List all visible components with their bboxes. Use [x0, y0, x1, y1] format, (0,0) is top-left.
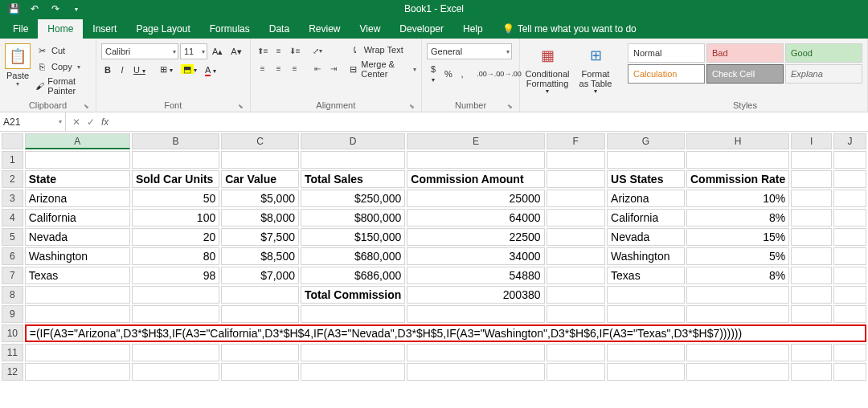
cell-G1[interactable] — [607, 151, 685, 169]
tab-file[interactable]: File — [3, 19, 38, 39]
font-color-button[interactable]: A ▾ — [202, 63, 219, 76]
cell-G4[interactable]: California — [607, 209, 685, 226]
clipboard-expand-icon[interactable]: ⬊ — [84, 103, 89, 110]
cell-C11[interactable] — [221, 344, 299, 361]
cell-C12[interactable] — [221, 363, 299, 381]
cell-H3[interactable]: 10% — [686, 190, 789, 207]
alignment-expand-icon[interactable]: ⬊ — [409, 103, 415, 110]
row-header-7[interactable]: 7 — [2, 267, 23, 284]
cell-I8[interactable] — [791, 286, 832, 304]
cell-A2[interactable]: State — [25, 170, 130, 188]
cell-F4[interactable] — [547, 209, 606, 226]
tab-formulas[interactable]: Formulas — [200, 19, 260, 39]
cell-F9[interactable] — [547, 305, 606, 323]
cell-D9[interactable] — [301, 305, 405, 323]
cell-B1[interactable] — [132, 151, 219, 169]
row-header-6[interactable]: 6 — [2, 247, 23, 265]
cell-B8[interactable] — [132, 286, 219, 304]
accounting-format-button[interactable]: $ ▾ — [427, 63, 440, 85]
cell-D2[interactable]: Total Sales — [301, 170, 405, 188]
cell-A5[interactable]: Nevada — [25, 228, 130, 246]
font-expand-icon[interactable]: ⬊ — [238, 103, 244, 110]
copy-button[interactable]: ⎘Copy▾ — [34, 59, 91, 74]
cell-B4[interactable]: 100 — [132, 209, 219, 226]
cell-F11[interactable] — [547, 344, 606, 361]
cell-J1[interactable] — [833, 151, 866, 169]
merge-center-button[interactable]: ⊟Merge & Center ▾ — [349, 59, 416, 79]
orientation-button[interactable]: ⤢▾ — [310, 43, 325, 58]
cell-C2[interactable]: Car Value — [221, 170, 299, 188]
cell-E1[interactable] — [407, 151, 544, 169]
cell-B6[interactable]: 80 — [132, 247, 219, 265]
cell-B11[interactable] — [132, 344, 219, 361]
col-header-B[interactable]: B — [132, 133, 219, 149]
tab-developer[interactable]: Developer — [390, 19, 453, 39]
cell-I2[interactable] — [791, 170, 832, 188]
cell-G6[interactable]: Washington — [607, 247, 685, 265]
cell-J2[interactable] — [833, 170, 866, 188]
cell-G11[interactable] — [607, 344, 685, 361]
border-button[interactable]: ⊞ ▾ — [157, 63, 176, 76]
row-header-9[interactable]: 9 — [2, 305, 23, 323]
row-header-5[interactable]: 5 — [2, 228, 23, 246]
cell-H11[interactable] — [686, 344, 789, 361]
cell-C5[interactable]: $7,500 — [221, 228, 299, 246]
cell-A11[interactable] — [25, 344, 130, 361]
cancel-formula-icon[interactable]: ✕ — [72, 116, 80, 128]
cell-A10-formula[interactable]: =(IF(A3="Arizona",D3*$H$3,IF(A3="Califor… — [25, 324, 866, 342]
cell-B9[interactable] — [132, 305, 219, 323]
increase-decimal-button[interactable]: .00→.0 — [473, 68, 493, 80]
cell-I5[interactable] — [791, 228, 832, 246]
redo-icon[interactable]: ↷ — [48, 2, 63, 16]
cell-B3[interactable]: 50 — [132, 190, 219, 207]
cell-E9[interactable] — [407, 305, 544, 323]
tab-help[interactable]: Help — [453, 19, 493, 39]
number-expand-icon[interactable]: ⬊ — [507, 103, 513, 110]
col-header-A[interactable]: A — [25, 133, 130, 149]
cell-C7[interactable]: $7,000 — [221, 267, 299, 284]
cell-H2[interactable]: Commission Rate — [686, 170, 789, 188]
cell-D3[interactable]: $250,000 — [301, 190, 405, 207]
font-size-select[interactable]: 11 — [180, 43, 207, 59]
align-top-button[interactable]: ⬆≡ — [256, 43, 270, 58]
cell-I12[interactable] — [791, 363, 832, 381]
row-header-1[interactable]: 1 — [2, 151, 23, 169]
cell-H1[interactable] — [686, 151, 789, 169]
cell-G3[interactable]: Arizona — [607, 190, 685, 207]
row-header-2[interactable]: 2 — [2, 170, 23, 188]
cell-C6[interactable]: $8,500 — [221, 247, 299, 265]
style-explanatory[interactable]: Explana — [785, 64, 862, 84]
tab-review[interactable]: Review — [299, 19, 350, 39]
cell-E3[interactable]: 25000 — [407, 190, 544, 207]
cell-I1[interactable] — [791, 151, 832, 169]
percent-format-button[interactable]: % — [441, 67, 454, 80]
cell-I9[interactable] — [791, 305, 832, 323]
cell-C3[interactable]: $5,000 — [221, 190, 299, 207]
cell-J6[interactable] — [833, 247, 866, 265]
format-painter-button[interactable]: 🖌Format Painter — [34, 75, 91, 96]
col-header-I[interactable]: I — [791, 133, 832, 149]
decrease-font-button[interactable]: A▾ — [227, 45, 244, 59]
cell-G9[interactable] — [607, 305, 685, 323]
format-as-table-button[interactable]: ⊞ Format as Table▾ — [573, 43, 618, 97]
row-header-8[interactable]: 8 — [2, 286, 23, 304]
align-center-button[interactable]: ≡ — [272, 61, 286, 75]
undo-icon[interactable]: ↶ — [27, 2, 42, 16]
cell-A6[interactable]: Washington — [25, 247, 130, 265]
italic-button[interactable]: I — [116, 63, 129, 76]
cell-C1[interactable] — [221, 151, 299, 169]
name-box[interactable]: A21 — [0, 112, 66, 131]
cell-D1[interactable] — [301, 151, 405, 169]
cell-E4[interactable]: 64000 — [407, 209, 544, 226]
cell-D12[interactable] — [301, 363, 405, 381]
underline-button[interactable]: U ▾ — [130, 63, 149, 76]
fill-color-button[interactable]: ⬒▾ — [178, 63, 200, 76]
cell-B12[interactable] — [132, 363, 219, 381]
cell-G7[interactable]: Texas — [607, 267, 685, 284]
cell-J8[interactable] — [833, 286, 866, 304]
cell-B7[interactable]: 98 — [132, 267, 219, 284]
cell-I7[interactable] — [791, 267, 832, 284]
cell-E12[interactable] — [407, 363, 544, 381]
cell-E11[interactable] — [407, 344, 544, 361]
row-header-10[interactable]: 10 — [2, 324, 23, 342]
